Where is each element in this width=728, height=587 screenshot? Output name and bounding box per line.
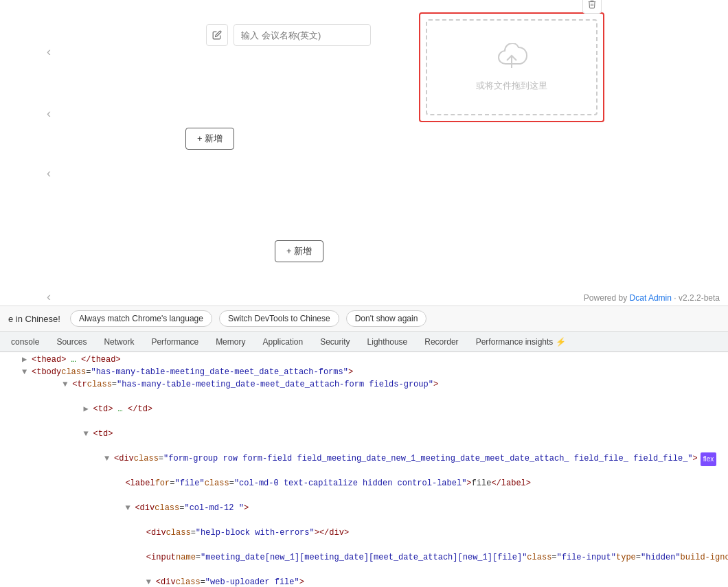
code-line[interactable]: <div class="help-block with-errors"></di… [0, 527, 728, 551]
tab-sources[interactable]: Sources [48, 332, 95, 352]
upload-area-container: 或将文件拖到这里 [419, 12, 604, 122]
code-line[interactable]: ▼<tbody class="has-many-table-meeting_da… [0, 366, 728, 378]
switch-devtools-chinese-button[interactable]: Switch DevTools to Chinese [219, 310, 339, 327]
edit-icon-button[interactable] [206, 24, 228, 46]
tab-security[interactable]: Security [312, 332, 359, 352]
add-new-button-2[interactable]: + 新增 [275, 240, 323, 262]
translation-bar-text: e in Chinese! [8, 314, 60, 324]
tab-performance-insights[interactable]: Performance insights ⚡ [468, 332, 575, 352]
powered-by-footer: Powered by Dcat Admin · v2.2.2-beta [576, 290, 728, 306]
upload-drop-zone[interactable]: 或将文件拖到这里 [426, 19, 598, 115]
meeting-name-input[interactable] [234, 24, 371, 46]
expand-arrow[interactable]: ▼ [22, 366, 32, 378]
code-line[interactable]: <input name="meeting_date[new_1][meeting… [0, 551, 728, 576]
expand-arrow[interactable]: ▼ [84, 428, 93, 440]
expand-arrow[interactable]: ▶ [84, 403, 93, 415]
dcat-admin-link[interactable]: Dcat Admin [630, 293, 672, 303]
expand-arrow[interactable]: ▼ [62, 378, 72, 391]
code-line[interactable]: ▶<td> … </td> [0, 403, 728, 428]
devtools-tabs: console Sources Network Performance Memo… [0, 332, 728, 352]
devtools-code-panel[interactable]: ▶<thead> … </thead> ▼<tbody class="has-m… [0, 352, 728, 587]
always-match-language-button[interactable]: Always match Chrome's language [70, 310, 212, 327]
code-line[interactable]: ▶<thead> … </thead> [0, 354, 728, 366]
code-line[interactable]: ▼<td> [0, 428, 728, 452]
left-arrow-3[interactable]: ‹ [47, 166, 51, 181]
code-line[interactable]: ▼<div class="web-uploader file"> [0, 576, 728, 587]
dont-show-again-button[interactable]: Don't show again [346, 310, 427, 327]
tab-network[interactable]: Network [95, 332, 143, 352]
input-row [206, 24, 371, 46]
tab-lighthouse[interactable]: Lighthouse [359, 332, 417, 352]
expand-arrow[interactable]: ▼ [125, 502, 135, 514]
tab-performance[interactable]: Performance [143, 332, 207, 352]
tab-memory[interactable]: Memory [207, 332, 254, 352]
add-new-button-1[interactable]: + 新增 [185, 128, 234, 150]
page-content: ‹ ‹ ‹ ‹ 或将文件拖到这里 [0, 0, 728, 306]
left-arrow-1[interactable]: ‹ [47, 45, 51, 59]
code-line[interactable]: ▼<div class="col-md-12 "> [0, 502, 728, 527]
tab-application[interactable]: Application [254, 332, 312, 352]
tab-recorder[interactable]: Recorder [416, 332, 467, 352]
delete-upload-button[interactable] [582, 0, 602, 14]
expand-arrow[interactable]: ▼ [104, 452, 114, 465]
upload-text: 或将文件拖到这里 [476, 80, 547, 92]
expand-arrow[interactable]: ▼ [146, 576, 156, 587]
code-line[interactable]: <label for="file" class="col-md-0 text-c… [0, 477, 728, 502]
cloud-upload-icon [494, 43, 529, 74]
tab-console[interactable]: console [3, 332, 48, 352]
code-line[interactable]: ▼<div class="form-group row form-field f… [0, 452, 728, 477]
translation-bar: e in Chinese! Always match Chrome's lang… [0, 306, 728, 332]
left-arrow-2[interactable]: ‹ [47, 106, 51, 121]
expand-arrow[interactable]: ▶ [22, 354, 32, 366]
code-line[interactable]: ▼<tr class="has-many-table-meeting_date-… [0, 378, 728, 403]
left-arrow-4[interactable]: ‹ [47, 290, 51, 304]
